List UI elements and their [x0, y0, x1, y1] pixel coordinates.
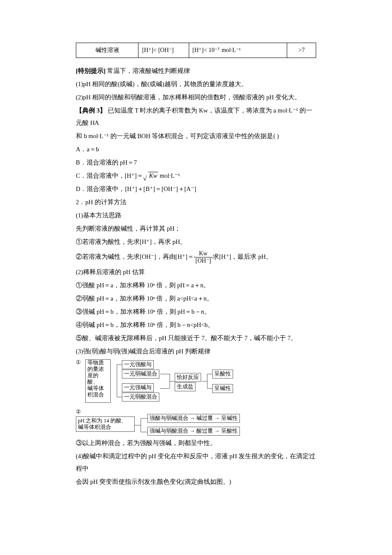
d2-left-l2: 碱等体积混合 — [78, 424, 111, 430]
cell-ion-relation: [H⁺]< [OH⁻] — [138, 43, 189, 58]
d1-center-2: 生成盐 — [175, 382, 196, 391]
fraction-den: [OH⁻] — [194, 257, 213, 264]
document-page: 碱性溶液 [H⁺]< [OH⁻] [H⁺]< 10⁻⁷ mol·L⁻¹ >7 [… — [0, 0, 392, 555]
sub-2-item-5: ⑤酸、碱溶液被无限稀释后，pH 只能接近于 7。酸不能大于 7，碱不能小于 7。 — [76, 332, 316, 344]
d2-number: ② — [76, 409, 81, 415]
tip-label: [特别提示] — [76, 67, 106, 74]
table-row: 碱性溶液 [H⁺]< [OH⁻] [H⁺]< 10⁻⁷ mol·L⁻¹ >7 — [76, 43, 316, 58]
d1-left-l5: 积混合 — [87, 392, 104, 398]
example-3-line-1: 【典例 3】 已知温度 T 时水的离子积常数为 Kw，该温度下，将浓度为 a m… — [76, 104, 316, 129]
connector-line — [202, 381, 207, 382]
special-tip-heading: [特别提示] 常温下，溶液酸碱性判断规律 — [76, 65, 316, 77]
section-2-heading: 2．pH 的计算方法 — [76, 196, 316, 208]
d1-left-box: 等物质 的量浓 度的酸、 碱等体 积混合 — [85, 359, 111, 403]
d1-mid-3: 一元强碱与 — [122, 383, 154, 392]
sub-1-step-2: ②若溶液为碱性，先求[OH⁻]，再由[H⁺]＝Kw[OH⁻]求[H⁺]，最后求 … — [76, 249, 316, 265]
sub-2-item-4: ④弱碱 pH＝b，加水稀释 10ⁿ 倍，则 b－n<pH<b。 — [76, 319, 316, 331]
sqrt-content: Kw — [149, 172, 157, 179]
connector-line — [141, 432, 147, 432]
solution-table: 碱性溶液 [H⁺]< [OH⁻] [H⁺]< 10⁻⁷ mol·L⁻¹ >7 — [76, 43, 316, 58]
sub-2-heading: (2)稀释后溶液的 pH 估算 — [76, 266, 316, 278]
d2-left-l1: pH 之和为 14 的酸、 — [78, 418, 127, 424]
connector-line — [141, 418, 141, 432]
d1-mid-1: 一元强酸与 — [122, 360, 154, 369]
d1-right-2: 呈碱性 — [212, 384, 233, 393]
sub-1-intro: 先判断溶液的酸碱性，再计算其 pH； — [76, 223, 316, 235]
d1-mid-4: 一元弱酸混合 — [122, 393, 159, 402]
example-label: 【典例 3】 — [76, 107, 106, 114]
sub-4-line-2: 会因 pH 突变而使指示剂发生颜色变化(滴定曲线如图。) — [76, 476, 316, 488]
connector-line — [117, 364, 117, 397]
sub-1-heading: (1)基本方法思路 — [76, 209, 316, 222]
sub-2-item-2: ②弱酸 pH＝a，加水稀释 10ⁿ 倍，则 a<pH<a＋n。 — [76, 292, 316, 305]
tip-item-1: (1)pH 相同的酸(或碱)，酸(或碱)越弱，其物质的量浓度越大。 — [76, 78, 316, 90]
option-a: A．a＝b — [76, 143, 316, 156]
option-d: D．混合溶液中，[H⁺]＋[B⁺]＝[OH⁻]＋[A⁻] — [76, 183, 316, 195]
connector-line — [117, 364, 122, 365]
d2-left-box: pH 之和为 14 的酸、 碱等体积混合 — [76, 416, 135, 432]
mixing-diagram-2: ② pH 之和为 14 的酸、 碱等体积混合 强酸与弱碱混合 → 碱过量 → 呈… — [76, 409, 276, 434]
d1-left-l4: 碱等体 — [87, 385, 104, 391]
sub-1-step-1: ①若溶液为酸性，先求[H⁺]，再求 pH。 — [76, 236, 316, 248]
connector-line — [207, 374, 208, 388]
connector-line — [160, 374, 170, 374]
d1-center-1: 恰好反应 — [175, 373, 201, 382]
connector-line — [135, 425, 141, 425]
connector-line — [117, 397, 122, 397]
option-c-post: mol·L⁻¹ — [158, 172, 180, 179]
option-c-pre: C．混合溶液中，[H⁺]＝ — [76, 172, 143, 179]
connector-line — [207, 388, 212, 389]
option-b: B．混合溶液的 pH＝7 — [76, 156, 316, 169]
connector-line — [141, 418, 147, 419]
d1-right-1: 呈酸性 — [212, 370, 233, 379]
d2-right-1: 强酸与弱碱混合 → 碱过量 → 呈碱性 — [147, 414, 240, 423]
d2-right-2: 强碱与弱酸混合 → 酸过量 → 呈酸性 — [147, 427, 240, 436]
d1-left-l2: 的量浓 — [87, 366, 104, 372]
cell-solution-type: 碱性溶液 — [76, 43, 138, 58]
connector-line — [170, 381, 175, 382]
d1-left-l1: 等物质 — [87, 360, 104, 366]
step2-pre: ②若溶液为碱性，先求[OH⁻]，再由[H⁺]＝ — [76, 253, 194, 260]
fraction-kw-oh: Kw[OH⁻] — [194, 251, 213, 264]
example-3-line-2: 和 b mol·L⁻¹ 的一元碱 BOH 等体积混合，可判定该溶液呈中性的依据是… — [76, 130, 316, 142]
option-c: C．混合溶液中，[H⁺]＝Kw mol·L⁻¹ — [76, 170, 316, 182]
connector-line — [160, 388, 170, 389]
cell-ph-range: >7 — [287, 43, 316, 58]
tip-item-2: (2)pH 相同的强酸和弱酸溶液，加水稀释相同的倍数时，强酸溶液的 pH 变化大… — [76, 91, 316, 104]
sub-3-heading: (3)强(弱)酸与弱(强)碱混合后溶液的 pH 判断规律 — [76, 345, 316, 358]
fraction-num: Kw — [194, 251, 213, 257]
connector-line — [207, 374, 212, 374]
sub-2-item-1: ①强酸 pH＝a，加水稀释 10ⁿ 倍，则 pH＝a＋n。 — [76, 279, 316, 292]
d1-mid-2: 一元弱碱混合 — [122, 370, 159, 379]
sub-2-item-3: ③强碱 pH＝b，加水稀释 10ⁿ 倍，则 pH＝b－n。 — [76, 306, 316, 318]
sqrt-kw: Kw — [148, 172, 158, 179]
cell-h-concentration: [H⁺]< 10⁻⁷ mol·L⁻¹ — [189, 43, 287, 58]
sub-4-line-1: (4)酸碱中和滴定过程中的 pH 变化在中和反应中，溶液 pH 发生很大的变化，… — [76, 450, 316, 475]
step2-post: 求[H⁺]，最后求 pH。 — [213, 253, 272, 260]
example-body-1: 已知温度 T 时水的离子积常数为 Kw，该温度下，将浓度为 a mol·L⁻¹ … — [76, 107, 312, 126]
d1-number: ① — [76, 359, 81, 366]
mixing-diagram-1: ① 等物质 的量浓 度的酸、 碱等体 积混合 一元强酸与 一元弱碱混合 一元强碱… — [76, 359, 263, 406]
sub-3-item-3: ③以上两种混合，若为强酸与强碱，则都呈中性。 — [76, 437, 316, 449]
tip-title: 常温下，溶液酸碱性判断规律 — [106, 67, 190, 74]
d1-left-l3: 度的酸、 — [87, 373, 98, 385]
